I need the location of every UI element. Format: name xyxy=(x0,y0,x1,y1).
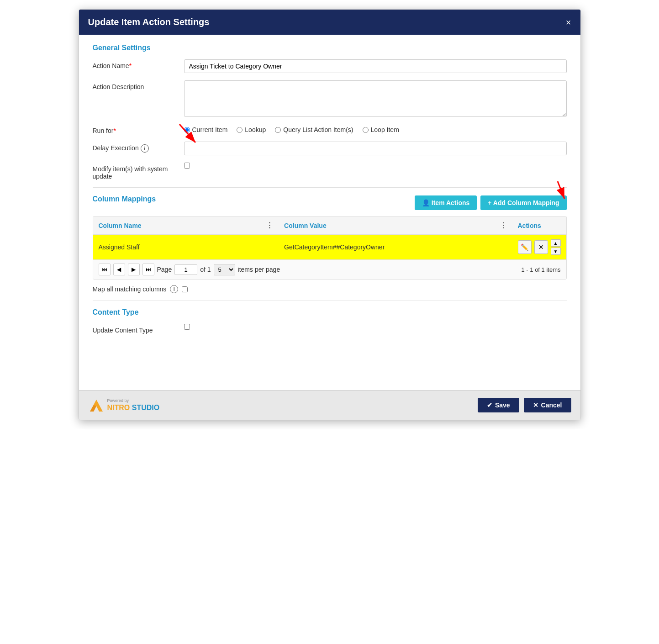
divider-2 xyxy=(93,301,567,301)
modify-group: Modify item(s) with system update xyxy=(93,163,567,180)
divider-1 xyxy=(93,187,567,188)
move-down-button[interactable]: ▼ xyxy=(551,248,561,255)
pagination: ⏮ ◀ ▶ ⏭ Page of 1 5 10 25 50 items per p… xyxy=(93,259,566,279)
page-input[interactable] xyxy=(174,264,197,275)
update-content-type-checkbox[interactable] xyxy=(184,324,190,330)
modal-container: Update Item Action Settings × General Se… xyxy=(79,9,581,420)
prev-page-button[interactable]: ◀ xyxy=(113,264,125,275)
modal-body: General Settings Action Name* Action Des… xyxy=(79,35,580,390)
table-body: Assigned Staff GetCategoryItem##Category… xyxy=(93,235,566,260)
last-page-button[interactable]: ⏭ xyxy=(142,264,154,275)
column-mappings-header: Column Mappings 👤 Item Actions + Add Col… xyxy=(93,195,567,211)
footer-logo: Powered by NITRO STUDIO xyxy=(88,397,160,413)
cancel-button[interactable]: ✕ Cancel xyxy=(524,398,571,412)
map-all-row: Map all matching columns i xyxy=(93,285,567,293)
radio-loop-item[interactable]: Loop Item xyxy=(363,126,399,133)
map-all-label: Map all matching columns xyxy=(93,285,167,293)
delete-button[interactable]: ✕ xyxy=(534,240,548,254)
col-name-menu[interactable]: ⋮ xyxy=(266,221,273,230)
edit-button[interactable]: ✏️ xyxy=(518,240,532,254)
column-mappings-title: Column Mappings xyxy=(93,195,156,203)
page-label: Page xyxy=(157,266,172,273)
modify-checkbox[interactable] xyxy=(184,163,190,169)
action-name-group: Action Name* xyxy=(93,59,567,73)
cell-column-value: GetCategoryItem##CategoryOwner xyxy=(279,235,512,260)
action-description-group: Action Description xyxy=(93,80,567,117)
run-for-options: Current Item Lookup Query List Action It… xyxy=(184,124,399,133)
move-buttons: ▲ ▼ xyxy=(551,239,561,255)
pagination-range: 1 - 1 of 1 items xyxy=(522,266,561,273)
column-mappings-table: Column Name ⋮ Column Value ⋮ Actions xyxy=(93,216,566,259)
content-type-title: Content Type xyxy=(93,308,567,317)
modal-header: Update Item Action Settings × xyxy=(79,10,580,35)
cell-actions: ✏️ ✕ ▲ ▼ xyxy=(512,235,566,260)
general-settings-title: General Settings xyxy=(93,44,567,52)
cell-column-name: Assigned Staff xyxy=(93,235,279,260)
nitro-logo-icon xyxy=(88,397,105,413)
action-name-label: Action Name* xyxy=(93,59,184,69)
brand-name: NITRO STUDIO xyxy=(107,403,160,412)
close-button[interactable]: × xyxy=(566,18,571,27)
delay-execution-label: Delay Execution i xyxy=(93,142,184,153)
modal-footer: Powered by NITRO STUDIO ✔ Save ✕ Cancel xyxy=(79,390,580,420)
col-header-value: Column Value ⋮ xyxy=(279,216,512,235)
row-action-buttons: ✏️ ✕ ▲ ▼ xyxy=(518,239,561,255)
items-per-page-label: items per page xyxy=(238,266,280,273)
modify-label: Modify item(s) with system update xyxy=(93,163,184,180)
delay-info-icon: i xyxy=(141,144,149,153)
powered-by-label: Powered by xyxy=(107,398,160,403)
save-button[interactable]: ✔ Save xyxy=(478,398,519,412)
footer-logo-text: Powered by NITRO STUDIO xyxy=(107,398,160,412)
col-value-menu[interactable]: ⋮ xyxy=(500,221,507,230)
item-actions-button[interactable]: 👤 Item Actions xyxy=(415,195,477,210)
column-mappings-table-wrapper: Column Name ⋮ Column Value ⋮ Actions xyxy=(93,216,567,280)
next-page-button[interactable]: ▶ xyxy=(128,264,140,275)
table-header: Column Name ⋮ Column Value ⋮ Actions xyxy=(93,216,566,235)
first-page-button[interactable]: ⏮ xyxy=(99,264,111,275)
map-all-info-icon: i xyxy=(170,285,178,293)
pagination-left: ⏮ ◀ ▶ ⏭ Page of 1 5 10 25 50 items per p… xyxy=(99,264,280,275)
delay-execution-input[interactable] xyxy=(184,142,567,155)
radio-query-list[interactable]: Query List Action Item(s) xyxy=(275,126,353,133)
radio-lookup[interactable]: Lookup xyxy=(237,126,266,133)
add-column-mapping-button[interactable]: + Add Column Mapping xyxy=(480,195,566,210)
table-row: Assigned Staff GetCategoryItem##Category… xyxy=(93,235,566,260)
svg-marker-5 xyxy=(90,405,96,412)
footer-buttons: ✔ Save ✕ Cancel xyxy=(478,398,571,412)
required-star: * xyxy=(129,62,132,69)
of-label: of 1 xyxy=(200,266,211,273)
delay-execution-group: Delay Execution i xyxy=(93,142,567,155)
move-up-button[interactable]: ▲ xyxy=(551,239,561,247)
per-page-select[interactable]: 5 10 25 50 xyxy=(214,264,235,275)
col-header-actions: Actions xyxy=(512,216,566,235)
action-description-label: Action Description xyxy=(93,80,184,90)
update-content-type-group: Update Content Type xyxy=(93,324,567,334)
column-mappings-buttons: 👤 Item Actions + Add Column Mapping xyxy=(415,195,567,210)
action-name-input[interactable] xyxy=(184,59,567,73)
modal-title: Update Item Action Settings xyxy=(88,17,210,27)
run-for-group: Run for* Current Item Lookup Query List … xyxy=(93,124,567,134)
run-for-label: Run for* xyxy=(93,124,184,134)
radio-current-item[interactable]: Current Item xyxy=(184,126,228,133)
action-description-input[interactable] xyxy=(184,80,567,117)
update-content-type-label: Update Content Type xyxy=(93,324,184,334)
map-all-checkbox[interactable] xyxy=(182,286,188,292)
col-header-name: Column Name ⋮ xyxy=(93,216,279,235)
